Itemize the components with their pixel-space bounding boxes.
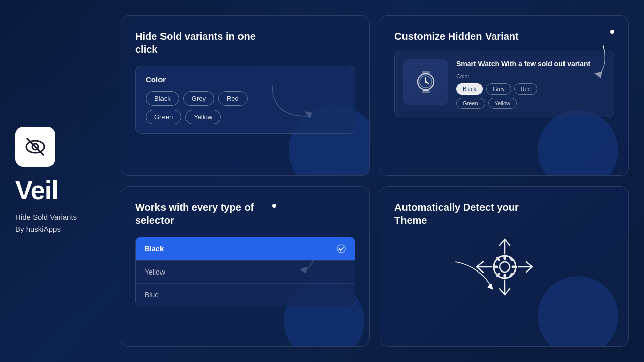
auto-detect-theme-card: Automatically Detect your Theme xyxy=(380,186,629,347)
color-buttons-row2: Green Yellow xyxy=(146,110,345,124)
brand-desc: Hide Sold Variants By huskiApps xyxy=(15,211,111,235)
dropdown-item-blue[interactable]: Blue xyxy=(136,283,355,306)
prod-color-btn-yellow[interactable]: Yellow xyxy=(488,98,517,109)
dropdown-label-black: Black xyxy=(145,245,164,253)
dot-indicator xyxy=(610,30,614,34)
prod-color-btn-green[interactable]: Green xyxy=(456,98,485,109)
product-color-buttons: Black Grey Red xyxy=(456,83,606,95)
product-preview: Smart Watch With a few sold out variant … xyxy=(394,51,614,117)
customize-variant-card: Customize Hidden Variant Smart xyxy=(380,15,629,176)
branding-section: Veil Hide Sold Variants By huskiApps xyxy=(10,15,111,347)
card4-title: Automatically Detect your Theme xyxy=(394,201,525,227)
product-color-label: Color xyxy=(456,73,606,79)
dropdown-widget[interactable]: Black Yellow Blue xyxy=(135,237,355,306)
color-btn-black[interactable]: Black xyxy=(146,91,179,106)
color-selector-widget: Color Black Grey Red Green Yellow xyxy=(135,66,355,134)
color-btn-yellow[interactable]: Yellow xyxy=(185,110,221,124)
prod-color-btn-red[interactable]: Red xyxy=(514,83,537,95)
dropdown-item-black[interactable]: Black xyxy=(136,237,355,260)
prod-color-btn-black[interactable]: Black xyxy=(456,83,483,95)
svg-point-13 xyxy=(337,245,345,253)
product-name: Smart Watch With a few sold out variant xyxy=(456,59,606,68)
gear-container xyxy=(394,237,614,297)
hide-sold-variants-card: Hide Sold variants in one click Color Bl… xyxy=(121,15,370,176)
product-color-buttons-2: Green Yellow xyxy=(456,98,606,109)
color-widget-title: Color xyxy=(146,75,345,84)
card2-title: Customize Hidden Variant xyxy=(394,30,519,43)
eye-slash-icon xyxy=(23,135,47,159)
dot-indicator-3 xyxy=(272,204,276,208)
check-icon xyxy=(337,244,346,253)
color-btn-green[interactable]: Green xyxy=(146,110,181,124)
brand-name: Veil xyxy=(15,177,111,203)
watch-icon xyxy=(411,67,441,97)
dropdown-item-yellow[interactable]: Yellow xyxy=(136,260,355,283)
product-info: Smart Watch With a few sold out variant … xyxy=(456,59,606,109)
gear-icon xyxy=(467,229,542,305)
prod-color-btn-grey[interactable]: Grey xyxy=(486,83,511,95)
card1-title: Hide Sold variants in one click xyxy=(135,30,266,56)
card3-title: Works with every type of selector xyxy=(135,201,266,227)
watch-icon-box xyxy=(403,59,448,105)
svg-point-28 xyxy=(500,262,510,272)
color-btn-grey[interactable]: Grey xyxy=(183,91,214,106)
svg-point-11 xyxy=(425,81,427,83)
color-btn-red[interactable]: Red xyxy=(218,91,248,106)
color-buttons-row1: Black Grey Red xyxy=(146,91,345,106)
selector-types-card: Works with every type of selector Black … xyxy=(121,186,370,347)
logo-box xyxy=(15,127,55,167)
